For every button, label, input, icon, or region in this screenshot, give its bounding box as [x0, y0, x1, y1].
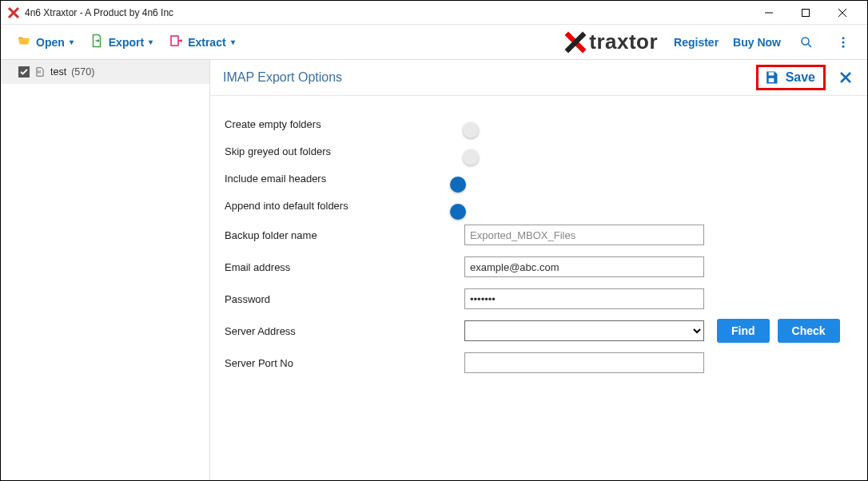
- svg-point-2: [802, 38, 809, 45]
- header-links: Register Buy Now: [674, 31, 854, 54]
- logo-text: traxtor: [589, 30, 658, 54]
- minimize-button[interactable]: [751, 1, 787, 25]
- label-server-port: Server Port No: [225, 357, 464, 369]
- buy-now-link[interactable]: Buy Now: [733, 36, 781, 49]
- export-menu[interactable]: Export ▾: [82, 25, 161, 60]
- password-input[interactable]: [464, 288, 704, 309]
- svg-rect-0: [802, 9, 810, 16]
- label-create-empty: Create empty folders: [225, 118, 464, 130]
- chevron-down-icon: ▾: [70, 38, 74, 46]
- label-password: Password: [225, 293, 464, 305]
- row-skip-greyed: Skip greyed out folders: [225, 137, 853, 165]
- window-title: 4n6 Xtraxtor - A Product by 4n6 Inc: [25, 7, 751, 18]
- find-button[interactable]: Find: [717, 319, 770, 343]
- svg-text:M: M: [38, 70, 41, 74]
- chevron-down-icon: ▾: [231, 38, 235, 46]
- check-button[interactable]: Check: [778, 319, 840, 343]
- close-window-button[interactable]: [824, 1, 861, 25]
- search-icon[interactable]: [795, 31, 818, 54]
- checkbox-checked-icon[interactable]: [18, 66, 30, 78]
- close-panel-button[interactable]: [837, 69, 854, 86]
- content-panel: IMAP Export Options Save Create empty fo…: [210, 60, 867, 480]
- email-input[interactable]: [464, 256, 704, 277]
- save-label: Save: [786, 70, 815, 85]
- file-export-icon: [90, 34, 104, 50]
- register-link[interactable]: Register: [674, 36, 719, 49]
- svg-rect-7: [768, 78, 774, 82]
- file-mbox-icon: M: [34, 66, 46, 78]
- tree-item-test[interactable]: M test (570): [1, 60, 209, 84]
- main-area: M test (570) IMAP Export Options Save Cr…: [1, 60, 867, 480]
- svg-point-3: [842, 37, 845, 39]
- row-include-headers: Include email headers: [225, 165, 853, 192]
- svg-point-4: [842, 41, 845, 43]
- save-button[interactable]: Save: [756, 65, 826, 90]
- row-append-default: Append into default folders: [225, 192, 853, 219]
- row-password: Password: [225, 283, 853, 315]
- extract-menu[interactable]: Extract ▾: [161, 25, 242, 60]
- row-server-addr: Server Address Find Check: [225, 315, 853, 347]
- panel-title: IMAP Export Options: [223, 70, 756, 85]
- row-server-port: Server Port No: [225, 347, 853, 379]
- extract-icon: [169, 34, 183, 50]
- open-menu[interactable]: Open ▾: [9, 25, 82, 60]
- tree-item-count: (570): [71, 66, 94, 78]
- titlebar: 4n6 Xtraxtor - A Product by 4n6 Inc: [1, 1, 867, 25]
- label-append-default: Append into default folders: [225, 200, 464, 212]
- backup-folder-input[interactable]: [464, 225, 704, 245]
- maximize-button[interactable]: [787, 1, 824, 25]
- extract-label: Extract: [188, 36, 225, 49]
- tree-item-label: test: [50, 66, 66, 78]
- label-skip-greyed: Skip greyed out folders: [225, 145, 464, 157]
- window-controls: [751, 1, 861, 25]
- label-include-headers: Include email headers: [225, 173, 464, 185]
- panel-header: IMAP Export Options Save: [210, 60, 867, 96]
- save-icon: [763, 70, 779, 85]
- row-email: Email address: [225, 251, 853, 283]
- export-label: Export: [109, 36, 144, 49]
- server-port-input[interactable]: [464, 352, 704, 373]
- options-form: Create empty folders Skip greyed out fol…: [210, 96, 867, 379]
- open-label: Open: [36, 36, 65, 49]
- svg-point-5: [842, 45, 845, 47]
- chevron-down-icon: ▾: [149, 38, 153, 46]
- row-create-empty: Create empty folders: [225, 110, 853, 137]
- svg-rect-8: [768, 72, 774, 75]
- label-server-addr: Server Address: [225, 325, 464, 337]
- app-logo-icon: [7, 6, 20, 19]
- row-backup-folder: Backup folder name: [225, 219, 853, 251]
- label-backup-folder: Backup folder name: [225, 229, 464, 241]
- brand-logo: traxtor: [563, 30, 658, 54]
- svg-rect-1: [171, 36, 178, 46]
- server-addr-select[interactable]: [464, 320, 704, 341]
- more-vertical-icon[interactable]: [832, 31, 854, 54]
- folder-open-icon: [17, 34, 31, 50]
- label-email: Email address: [225, 261, 464, 273]
- sidebar: M test (570): [1, 60, 210, 480]
- menubar: Open ▾ Export ▾ Extract ▾ traxtor Regist…: [1, 25, 867, 60]
